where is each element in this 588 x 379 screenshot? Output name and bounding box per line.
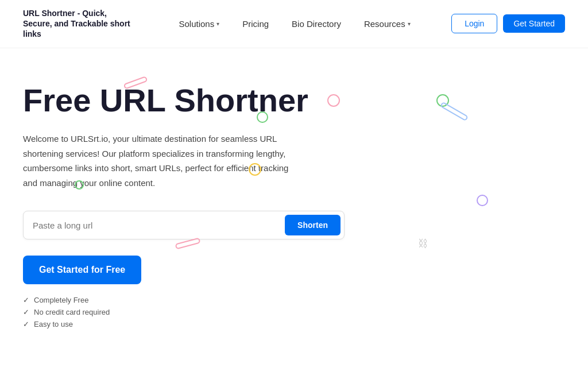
hero-title: Free URL Shortner	[23, 83, 322, 118]
nav-solutions[interactable]: Solutions ▾	[170, 14, 229, 33]
deco-circle-purple	[477, 195, 488, 206]
deco-pill-blue	[440, 101, 469, 121]
navbar: URL Shortner - Quick, Secure, and Tracka…	[0, 0, 588, 48]
check-icon: ✓	[23, 308, 29, 316]
chevron-down-icon: ▾	[216, 21, 219, 27]
deco-circle-pink	[327, 94, 340, 107]
chevron-down-icon: ▾	[408, 21, 411, 27]
feature-item: ✓ No credit card required	[23, 308, 565, 316]
features-list: ✓ Completely Free ✓ No credit card requi…	[23, 296, 565, 328]
url-input-container: Shorten	[23, 211, 345, 239]
nav-actions: Login Get Started	[451, 14, 565, 33]
check-icon: ✓	[23, 320, 29, 328]
deco-link-icon: ⛓	[418, 238, 428, 250]
hero-description: Welcome to URLSrt.io, your ultimate dest…	[23, 132, 299, 190]
login-button[interactable]: Login	[451, 14, 497, 33]
deco-circle-green	[436, 94, 449, 107]
shorten-button[interactable]: Shorten	[285, 215, 341, 235]
feature-item: ✓ Completely Free	[23, 296, 565, 304]
nav-pricing[interactable]: Pricing	[233, 14, 278, 33]
get-started-nav-button[interactable]: Get Started	[503, 14, 565, 33]
nav-links: Solutions ▾ Pricing Bio Directory Resour…	[138, 14, 451, 33]
check-icon: ✓	[23, 296, 29, 304]
url-input[interactable]	[33, 221, 285, 230]
get-started-free-button[interactable]: Get Started for Free	[23, 256, 141, 284]
feature-item: ✓ Easy to use	[23, 320, 565, 328]
site-logo: URL Shortner - Quick, Secure, and Tracka…	[23, 8, 138, 40]
nav-resources[interactable]: Resources ▾	[355, 14, 420, 33]
hero-section: Free URL Shortner Welcome to URLSrt.io, …	[0, 48, 588, 329]
nav-bio-directory[interactable]: Bio Directory	[283, 14, 350, 33]
